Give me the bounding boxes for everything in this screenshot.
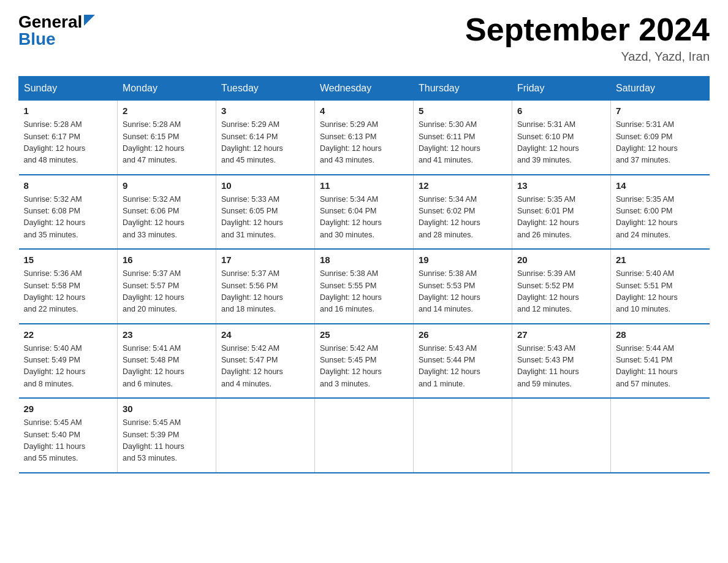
day-number: 28	[616, 329, 705, 340]
day-number: 4	[320, 105, 408, 116]
day-number: 29	[24, 404, 113, 414]
day-cell-2: 2 Sunrise: 5:28 AMSunset: 6:15 PMDayligh…	[118, 101, 216, 175]
day-cell-29: 29 Sunrise: 5:45 AMSunset: 5:40 PMDaylig…	[19, 398, 118, 473]
logo-arrow-icon	[84, 15, 95, 26]
location: Yazd, Yazd, Iran	[465, 50, 710, 64]
day-info: Sunrise: 5:34 AMSunset: 6:04 PMDaylight:…	[320, 194, 408, 242]
day-cell-25: 25 Sunrise: 5:42 AMSunset: 5:45 PMDaylig…	[315, 324, 414, 399]
logo: General Blue	[18, 12, 95, 49]
day-cell-13: 13 Sunrise: 5:35 AMSunset: 6:01 PMDaylig…	[512, 175, 611, 250]
header-tuesday: Tuesday	[216, 77, 315, 101]
day-cell-7: 7 Sunrise: 5:31 AMSunset: 6:09 PMDayligh…	[611, 101, 710, 175]
title-block: September 2024 Yazd, Yazd, Iran	[465, 12, 710, 64]
week-row-3: 15 Sunrise: 5:36 AMSunset: 5:58 PMDaylig…	[19, 249, 710, 324]
day-number: 17	[221, 255, 309, 265]
day-number: 6	[517, 105, 605, 116]
day-cell-20: 20 Sunrise: 5:39 AMSunset: 5:52 PMDaylig…	[512, 249, 611, 324]
day-info: Sunrise: 5:40 AMSunset: 5:49 PMDaylight:…	[24, 343, 113, 391]
day-number: 1	[24, 105, 113, 116]
day-number: 16	[123, 255, 211, 265]
day-number: 15	[24, 255, 113, 265]
day-cell-18: 18 Sunrise: 5:38 AMSunset: 5:55 PMDaylig…	[315, 249, 414, 324]
day-cell-19: 19 Sunrise: 5:38 AMSunset: 5:53 PMDaylig…	[414, 249, 512, 324]
day-info: Sunrise: 5:44 AMSunset: 5:41 PMDaylight:…	[616, 343, 705, 391]
day-number: 23	[123, 329, 211, 340]
empty-cell	[512, 398, 611, 473]
day-cell-24: 24 Sunrise: 5:42 AMSunset: 5:47 PMDaylig…	[216, 324, 315, 399]
logo-text-blue: Blue	[18, 29, 95, 49]
header-monday: Monday	[118, 77, 216, 101]
day-info: Sunrise: 5:42 AMSunset: 5:47 PMDaylight:…	[221, 343, 309, 391]
week-row-2: 8 Sunrise: 5:32 AMSunset: 6:08 PMDayligh…	[19, 175, 710, 250]
day-info: Sunrise: 5:31 AMSunset: 6:09 PMDaylight:…	[616, 119, 705, 167]
day-info: Sunrise: 5:34 AMSunset: 6:02 PMDaylight:…	[419, 194, 507, 242]
day-info: Sunrise: 5:41 AMSunset: 5:48 PMDaylight:…	[123, 343, 211, 391]
header-sunday: Sunday	[19, 77, 118, 101]
day-number: 19	[419, 255, 507, 265]
day-info: Sunrise: 5:45 AMSunset: 5:40 PMDaylight:…	[24, 417, 113, 465]
header-thursday: Thursday	[414, 77, 512, 101]
day-cell-30: 30 Sunrise: 5:45 AMSunset: 5:39 PMDaylig…	[118, 398, 216, 473]
day-cell-23: 23 Sunrise: 5:41 AMSunset: 5:48 PMDaylig…	[118, 324, 216, 399]
day-info: Sunrise: 5:37 AMSunset: 5:56 PMDaylight:…	[221, 268, 309, 316]
day-cell-14: 14 Sunrise: 5:35 AMSunset: 6:00 PMDaylig…	[611, 175, 710, 250]
day-number: 10	[221, 180, 309, 191]
day-info: Sunrise: 5:38 AMSunset: 5:55 PMDaylight:…	[320, 268, 408, 316]
header-wednesday: Wednesday	[315, 77, 414, 101]
day-info: Sunrise: 5:29 AMSunset: 6:14 PMDaylight:…	[221, 119, 309, 167]
header-friday: Friday	[512, 77, 611, 101]
day-info: Sunrise: 5:45 AMSunset: 5:39 PMDaylight:…	[123, 417, 211, 465]
day-number: 14	[616, 180, 705, 191]
day-number: 11	[320, 180, 408, 191]
day-info: Sunrise: 5:36 AMSunset: 5:58 PMDaylight:…	[24, 268, 113, 316]
day-cell-16: 16 Sunrise: 5:37 AMSunset: 5:57 PMDaylig…	[118, 249, 216, 324]
empty-cell	[611, 398, 710, 473]
day-info: Sunrise: 5:43 AMSunset: 5:44 PMDaylight:…	[419, 343, 507, 391]
day-cell-5: 5 Sunrise: 5:30 AMSunset: 6:11 PMDayligh…	[414, 101, 512, 175]
week-row-1: 1 Sunrise: 5:28 AMSunset: 6:17 PMDayligh…	[19, 101, 710, 175]
day-info: Sunrise: 5:29 AMSunset: 6:13 PMDaylight:…	[320, 119, 408, 167]
day-cell-1: 1 Sunrise: 5:28 AMSunset: 6:17 PMDayligh…	[19, 101, 118, 175]
day-info: Sunrise: 5:32 AMSunset: 6:08 PMDaylight:…	[24, 194, 113, 242]
day-number: 18	[320, 255, 408, 265]
day-number: 13	[517, 180, 605, 191]
week-row-5: 29 Sunrise: 5:45 AMSunset: 5:40 PMDaylig…	[19, 398, 710, 473]
day-cell-22: 22 Sunrise: 5:40 AMSunset: 5:49 PMDaylig…	[19, 324, 118, 399]
calendar-header-row: SundayMondayTuesdayWednesdayThursdayFrid…	[19, 77, 710, 101]
day-cell-3: 3 Sunrise: 5:29 AMSunset: 6:14 PMDayligh…	[216, 101, 315, 175]
day-cell-21: 21 Sunrise: 5:40 AMSunset: 5:51 PMDaylig…	[611, 249, 710, 324]
day-number: 25	[320, 329, 408, 340]
day-number: 24	[221, 329, 309, 340]
day-info: Sunrise: 5:30 AMSunset: 6:11 PMDaylight:…	[419, 119, 507, 167]
day-cell-8: 8 Sunrise: 5:32 AMSunset: 6:08 PMDayligh…	[19, 175, 118, 250]
day-cell-15: 15 Sunrise: 5:36 AMSunset: 5:58 PMDaylig…	[19, 249, 118, 324]
day-cell-17: 17 Sunrise: 5:37 AMSunset: 5:56 PMDaylig…	[216, 249, 315, 324]
day-info: Sunrise: 5:39 AMSunset: 5:52 PMDaylight:…	[517, 268, 605, 316]
day-number: 21	[616, 255, 705, 265]
day-number: 8	[24, 180, 113, 191]
day-info: Sunrise: 5:31 AMSunset: 6:10 PMDaylight:…	[517, 119, 605, 167]
day-info: Sunrise: 5:43 AMSunset: 5:43 PMDaylight:…	[517, 343, 605, 391]
day-cell-9: 9 Sunrise: 5:32 AMSunset: 6:06 PMDayligh…	[118, 175, 216, 250]
empty-cell	[216, 398, 315, 473]
day-info: Sunrise: 5:33 AMSunset: 6:05 PMDaylight:…	[221, 194, 309, 242]
week-row-4: 22 Sunrise: 5:40 AMSunset: 5:49 PMDaylig…	[19, 324, 710, 399]
month-title: September 2024	[465, 12, 710, 47]
day-info: Sunrise: 5:28 AMSunset: 6:15 PMDaylight:…	[123, 119, 211, 167]
day-number: 7	[616, 105, 705, 116]
day-info: Sunrise: 5:37 AMSunset: 5:57 PMDaylight:…	[123, 268, 211, 316]
day-cell-11: 11 Sunrise: 5:34 AMSunset: 6:04 PMDaylig…	[315, 175, 414, 250]
day-cell-12: 12 Sunrise: 5:34 AMSunset: 6:02 PMDaylig…	[414, 175, 512, 250]
day-number: 30	[123, 404, 211, 414]
page-header: General Blue September 2024 Yazd, Yazd, …	[18, 12, 710, 64]
svg-marker-0	[84, 15, 95, 26]
day-info: Sunrise: 5:28 AMSunset: 6:17 PMDaylight:…	[24, 119, 113, 167]
empty-cell	[414, 398, 512, 473]
day-info: Sunrise: 5:35 AMSunset: 6:00 PMDaylight:…	[616, 194, 705, 242]
day-number: 2	[123, 105, 211, 116]
day-number: 22	[24, 329, 113, 340]
day-number: 26	[419, 329, 507, 340]
day-number: 12	[419, 180, 507, 191]
day-number: 5	[419, 105, 507, 116]
day-number: 9	[123, 180, 211, 191]
